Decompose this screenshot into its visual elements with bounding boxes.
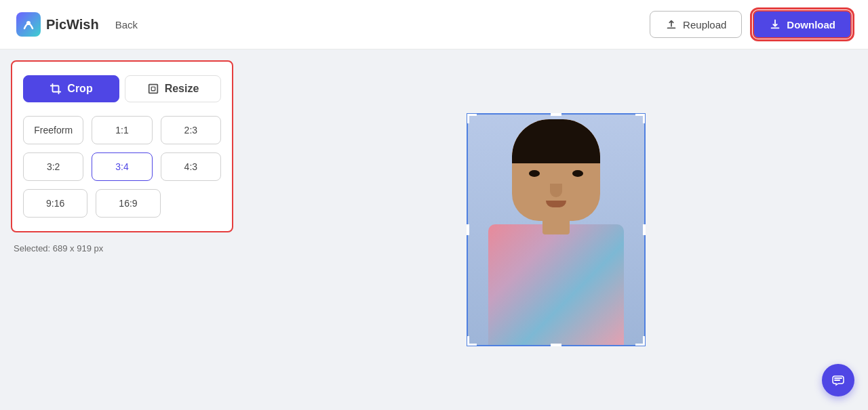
ratio-3-2[interactable]: 3:2 xyxy=(23,152,83,181)
photo-wrapper xyxy=(467,113,646,346)
eyes xyxy=(529,170,583,177)
selected-info: Selected: 689 x 919 px xyxy=(11,243,233,253)
resize-tab-label: Resize xyxy=(165,83,199,95)
download-button[interactable]: Download xyxy=(753,10,852,39)
chat-fab[interactable] xyxy=(822,364,854,396)
hair xyxy=(512,119,600,163)
crop-icon xyxy=(50,83,62,95)
shirt xyxy=(488,224,624,346)
reupload-label: Reupload xyxy=(683,19,726,30)
download-icon xyxy=(769,18,781,30)
nose xyxy=(550,184,562,197)
header-actions: Reupload Download xyxy=(650,10,852,39)
content-area xyxy=(244,49,868,410)
crop-panel: Crop Resize Freeform 1:1 2:3 3:2 3:4 4:3 xyxy=(11,60,233,232)
ratio-9-16[interactable]: 9:16 xyxy=(23,189,87,218)
back-button[interactable]: Back xyxy=(115,19,138,30)
brand-name: PicWish xyxy=(46,17,99,33)
svg-rect-8 xyxy=(151,87,155,90)
person-bg xyxy=(467,113,646,346)
download-label: Download xyxy=(787,19,835,30)
svg-point-1 xyxy=(26,21,31,25)
logo-area: PicWish xyxy=(16,12,99,37)
sidebar: Crop Resize Freeform 1:1 2:3 3:2 3:4 4:3 xyxy=(0,49,244,410)
crop-tab-label: Crop xyxy=(67,83,92,95)
chat-fab-icon xyxy=(829,371,847,389)
resize-tab[interactable]: Resize xyxy=(125,75,221,102)
resize-icon xyxy=(147,83,159,95)
ratio-4-3[interactable]: 4:3 xyxy=(161,152,221,181)
mouth xyxy=(546,201,566,207)
head xyxy=(512,119,600,221)
ratio-grid: Freeform 1:1 2:3 3:2 3:4 4:3 xyxy=(23,116,221,181)
crop-tab[interactable]: Crop xyxy=(23,75,119,102)
header: PicWish Back Reupload Download xyxy=(0,0,868,49)
svg-rect-7 xyxy=(149,85,157,94)
tab-row: Crop Resize xyxy=(23,75,221,102)
ratio-freeform[interactable]: Freeform xyxy=(23,116,83,144)
ratio-3-4[interactable]: 3:4 xyxy=(92,152,152,181)
ratio-row-bottom: 9:16 16:9 xyxy=(23,189,221,218)
reupload-button[interactable]: Reupload xyxy=(650,11,742,38)
ratio-1-1[interactable]: 1:1 xyxy=(92,116,152,144)
ratio-2-3[interactable]: 2:3 xyxy=(161,116,221,144)
main-layout: Crop Resize Freeform 1:1 2:3 3:2 3:4 4:3 xyxy=(0,49,868,410)
image-container xyxy=(467,113,646,346)
left-eye xyxy=(529,170,540,177)
picwish-logo-icon xyxy=(16,12,41,37)
svg-rect-2 xyxy=(53,86,59,92)
reupload-icon xyxy=(665,18,677,30)
ratio-16-9[interactable]: 16:9 xyxy=(96,189,160,218)
right-eye xyxy=(572,170,583,177)
